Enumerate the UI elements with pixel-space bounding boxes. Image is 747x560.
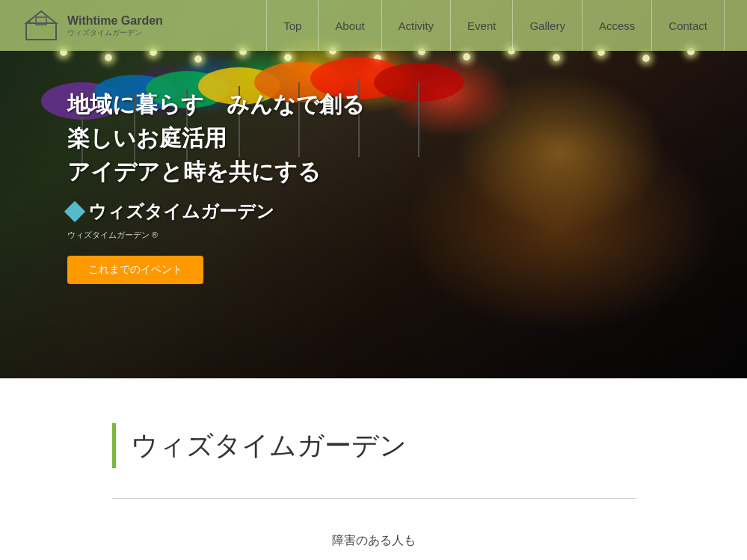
hero-section: 地域に暮らす みんなで創る 楽しいお庭活用 アイデアと時を共にする ウィズタイム… [0,0,747,378]
section-title: ウィズタイムガーデン [131,428,407,464]
logo-text: Withtime Garden ウィズタイムガーデン [67,13,163,37]
section-title-bar [112,423,116,468]
logo-icon [22,7,60,44]
hero-event-button[interactable]: これまでのイベント [67,256,203,284]
diamond-icon [64,201,85,222]
hero-title-big: ウィズタイムガーデン [88,200,274,224]
logo-sub-text: ウィズタイムガーデン [67,28,163,37]
nav-access[interactable]: Access [582,0,652,51]
logo-main-text: Withtime Garden [67,13,163,28]
hero-line1: 地域に暮らす みんなで創る [67,90,747,120]
nav-contact[interactable]: Contact [652,0,725,51]
nav-about[interactable]: About [319,0,381,51]
nav-activity[interactable]: Activity [382,0,452,51]
site-header: Withtime Garden ウィズタイムガーデン Top About Act… [0,0,747,51]
section-divider [112,498,636,499]
section-text-1: 障害のある人も [22,529,725,553]
section-title-wrap: ウィズタイムガーデン [112,423,636,468]
hero-line2: 楽しいお庭活用 [67,123,747,154]
hero-title-small: ウィズタイムガーデン ® [67,230,747,241]
svg-rect-0 [26,23,56,40]
nav-top[interactable]: Top [266,0,319,51]
logo-area[interactable]: Withtime Garden ウィズタイムガーデン [22,7,163,44]
nav-event[interactable]: Event [451,0,513,51]
hero-icon-row: ウィズタイムガーデン [67,200,747,224]
hero-line3: アイデアと時を共にする [67,157,747,188]
main-nav: Top About Activity Event Gallery Access … [266,0,725,51]
nav-gallery[interactable]: Gallery [513,0,582,51]
about-section: ウィズタイムガーデン 障害のある人も ご高齢の方も 暮らしに悩みを抱える人誰もが… [0,378,747,560]
